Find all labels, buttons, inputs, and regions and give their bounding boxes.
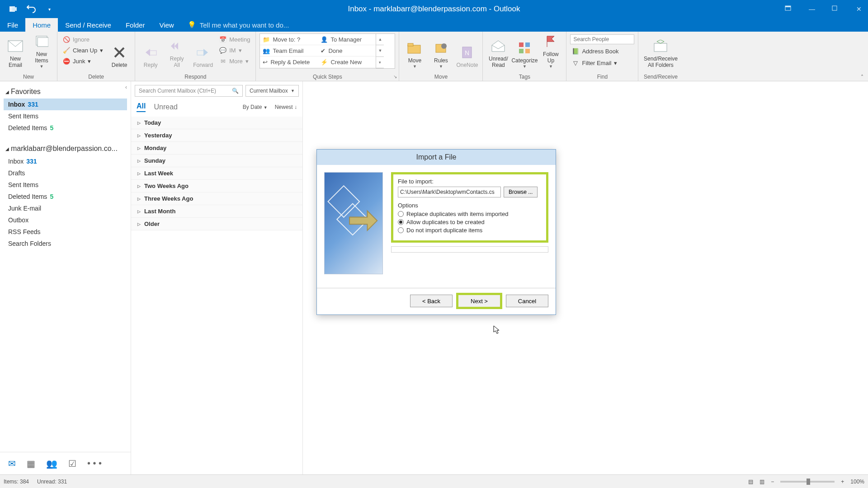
tasks-module-icon[interactable]: ☑: [68, 458, 76, 469]
option-no-duplicates[interactable]: Do not import duplicate items: [398, 227, 542, 234]
date-group[interactable]: ▷Sunday: [131, 155, 302, 167]
date-group[interactable]: ▷Three Weeks Ago: [131, 192, 302, 205]
svg-point-13: [441, 43, 447, 49]
address-book-button[interactable]: 📗Address Book: [570, 46, 634, 56]
new-email-button[interactable]: New Email: [4, 33, 27, 70]
reply-button[interactable]: Reply: [139, 33, 162, 70]
tab-view[interactable]: View: [152, 18, 181, 32]
status-items: Items: 384: [4, 479, 29, 485]
quick-steps-gallery[interactable]: 📁Move to: ? 👥Team Email ↩Reply & Delete …: [259, 33, 395, 69]
next-button[interactable]: Next >: [458, 295, 500, 307]
zoom-out-icon[interactable]: −: [771, 479, 774, 485]
quickstep-done[interactable]: ✔Done: [318, 45, 376, 56]
collapse-nav-icon[interactable]: ‹: [125, 84, 127, 90]
option-replace-duplicates[interactable]: Replace duplicates with items imported: [398, 211, 542, 217]
maximize-icon[interactable]: [832, 5, 839, 13]
date-group[interactable]: ▷Today: [131, 117, 302, 129]
scroll-up-icon[interactable]: ▲: [376, 34, 384, 45]
browse-button[interactable]: Browse ...: [504, 187, 538, 197]
expand-gallery-icon[interactable]: ▾: [376, 57, 384, 68]
view-normal-icon[interactable]: ▤: [748, 479, 753, 485]
sort-by-date-label: By Date: [243, 104, 262, 110]
reply-all-button[interactable]: Reply All: [165, 33, 189, 70]
quickstep-teamemail[interactable]: 👥Team Email: [260, 45, 318, 56]
date-group[interactable]: ▷Older: [131, 218, 302, 230]
nav-outbox[interactable]: Outbox: [4, 214, 127, 226]
people-module-icon[interactable]: 👥: [46, 458, 57, 469]
sort-by-date[interactable]: By Date ▼: [243, 104, 268, 110]
chevron-down-icon: ▼: [523, 64, 527, 69]
cancel-button[interactable]: Cancel: [506, 295, 548, 307]
minimize-icon[interactable]: —: [808, 5, 816, 13]
filter-unread[interactable]: Unread: [154, 103, 177, 111]
back-button[interactable]: < Back: [410, 295, 453, 307]
nav-deleted[interactable]: Deleted Items 5: [4, 191, 127, 202]
rules-button[interactable]: Rules▼: [429, 33, 453, 70]
favorites-header[interactable]: ◢Favorites: [4, 85, 127, 99]
outlook-icon[interactable]: [8, 4, 18, 14]
undo-icon[interactable]: [26, 4, 36, 14]
date-group[interactable]: ▷Two Weeks Ago: [131, 180, 302, 192]
tab-folder[interactable]: Folder: [118, 18, 152, 32]
option-allow-duplicates[interactable]: Allow duplicates to be created: [398, 219, 542, 225]
nav-junk[interactable]: Junk E-mail: [4, 202, 127, 214]
tell-me-box[interactable]: 💡 Tell me what you want to do...: [181, 18, 289, 32]
zoom-in-icon[interactable]: +: [841, 479, 844, 485]
new-items-button[interactable]: New Items ▼: [30, 33, 53, 70]
tab-send-receive[interactable]: Send / Receive: [58, 18, 118, 32]
search-scope-dropdown[interactable]: Current Mailbox ▼: [245, 85, 299, 97]
filter-email-button[interactable]: ▽Filter Email ▾: [570, 58, 634, 68]
quickstep-replydelete[interactable]: ↩Reply & Delete: [260, 56, 318, 68]
close-icon[interactable]: ✕: [855, 5, 863, 13]
nav-search-folders[interactable]: Search Folders: [4, 238, 127, 249]
calendar-module-icon[interactable]: ▦: [27, 458, 35, 469]
zoom-thumb[interactable]: [807, 479, 810, 485]
categorize-button[interactable]: Categorize▼: [513, 33, 536, 70]
cleanup-button[interactable]: 🧹Clean Up ▾: [61, 45, 105, 55]
im-button[interactable]: 💬IM ▾: [217, 45, 252, 55]
qat-customize-icon[interactable]: ▾: [44, 4, 54, 14]
account-header[interactable]: ◢marklabarr@blenderpassion.co...: [4, 142, 127, 155]
date-group[interactable]: ▷Yesterday: [131, 129, 302, 142]
nav-drafts[interactable]: Drafts: [4, 167, 127, 179]
nav-rss[interactable]: RSS Feeds: [4, 226, 127, 238]
search-people-input[interactable]: [570, 34, 634, 44]
ignore-button[interactable]: 🚫Ignore: [61, 34, 105, 44]
ribbon-display-options-icon[interactable]: [785, 5, 792, 13]
send-receive-all-button[interactable]: Send/Receive All Folders: [642, 33, 679, 70]
tab-home[interactable]: Home: [25, 18, 58, 32]
nav-fav-sent[interactable]: Sent Items: [4, 110, 127, 122]
move-button[interactable]: Move▼: [403, 33, 426, 70]
sort-newest[interactable]: Newest ↓: [275, 104, 297, 110]
quickstep-createnew[interactable]: ⚡Create New: [318, 56, 376, 68]
dialog-launcher-icon[interactable]: ↘: [393, 74, 397, 79]
unread-read-button[interactable]: Unread/ Read: [486, 33, 510, 70]
mail-module-icon[interactable]: ✉: [8, 458, 16, 469]
nav-fav-inbox[interactable]: Inbox 331: [4, 99, 127, 110]
delete-button[interactable]: Delete: [108, 33, 131, 70]
folder-move-icon: 📁: [263, 36, 270, 43]
quickstep-moveto[interactable]: 📁Move to: ?: [260, 34, 318, 45]
more-modules-icon[interactable]: • • •: [87, 458, 102, 469]
junk-button[interactable]: ⛔Junk ▾: [61, 56, 105, 66]
search-mailbox-input[interactable]: Search Current Mailbox (Ctrl+E) 🔍: [135, 85, 243, 97]
tab-file[interactable]: File: [0, 18, 25, 32]
nav-inbox[interactable]: Inbox 331: [4, 155, 127, 167]
file-path-input[interactable]: [398, 187, 501, 197]
meeting-button[interactable]: 📅Meeting: [217, 34, 252, 44]
followup-button[interactable]: Follow Up▼: [539, 33, 562, 70]
scroll-down-icon[interactable]: ▼: [376, 45, 384, 56]
quickstep-tomanager[interactable]: 👤To Manager: [318, 34, 376, 45]
collapse-ribbon-icon[interactable]: ˄: [861, 74, 863, 80]
forward-button[interactable]: Forward: [191, 33, 215, 70]
date-group[interactable]: ▷Last Month: [131, 205, 302, 218]
zoom-slider[interactable]: [780, 481, 835, 483]
view-reading-icon[interactable]: ▥: [760, 479, 764, 485]
nav-fav-deleted[interactable]: Deleted Items 5: [4, 122, 127, 134]
date-group[interactable]: ▷Monday: [131, 142, 302, 155]
filter-all[interactable]: All: [137, 102, 146, 112]
nav-sent[interactable]: Sent Items: [4, 179, 127, 191]
more-respond-button[interactable]: ✉More ▾: [217, 56, 252, 66]
onenote-button[interactable]: N OneNote: [455, 33, 479, 70]
date-group[interactable]: ▷Last Week: [131, 167, 302, 180]
